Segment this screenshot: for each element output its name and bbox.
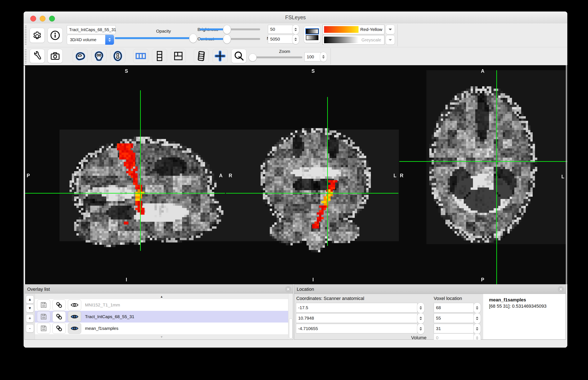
max-input[interactable]: 5050 xyxy=(268,35,293,43)
view-settings-button[interactable] xyxy=(30,49,45,63)
world-x-input[interactable]: -17.5 xyxy=(296,303,417,312)
overlay-list-title: Overlay list xyxy=(27,286,50,292)
toolbar-grip[interactable] xyxy=(25,26,27,44)
overlay-row-meanf1[interactable]: mean_f1samples xyxy=(35,323,288,334)
wrench-icon xyxy=(32,51,42,61)
save-overlay-button[interactable] xyxy=(37,300,50,310)
min-input[interactable]: 50 xyxy=(268,25,293,34)
location-title: Location xyxy=(297,286,314,292)
primary-colormap-select[interactable]: Red-Yellow xyxy=(323,25,384,34)
overlay-scroll-up[interactable]: ▲ xyxy=(35,294,288,299)
save-overlay-button[interactable] xyxy=(37,311,50,322)
brain-slices-canvas[interactable] xyxy=(25,65,567,284)
world-z-input[interactable]: -4.710655 xyxy=(296,324,417,333)
layout-grid-button[interactable] xyxy=(171,49,186,63)
opacity-slider[interactable] xyxy=(115,37,193,39)
world-z-stepper[interactable] xyxy=(417,323,425,334)
coronal-crosshair-vertical xyxy=(327,97,328,246)
secondary-colormap-select[interactable]: Greyscale xyxy=(323,35,384,45)
voxel-y-value: 55 xyxy=(436,316,441,321)
toggle-visibility-button[interactable] xyxy=(68,323,81,334)
overlay-settings-button[interactable] xyxy=(30,28,45,43)
world-x-stepper[interactable] xyxy=(417,303,425,313)
zoom-stepper[interactable] xyxy=(320,52,327,62)
voxel-x-input[interactable]: 68 xyxy=(434,303,474,312)
toggle-sagittal-button[interactable] xyxy=(73,49,88,63)
primary-colormap-chevron-button[interactable] xyxy=(386,25,395,34)
overlay-scroll-down[interactable]: ▼ xyxy=(35,334,288,340)
overlay-info-button[interactable] xyxy=(48,28,63,43)
voxel-coords-label: Voxel location xyxy=(434,296,462,301)
voxel-z-input[interactable]: 31 xyxy=(434,324,474,333)
min-stepper[interactable] xyxy=(292,24,299,35)
secondary-colormap-chevron-button[interactable] xyxy=(386,35,395,45)
axial-bottom-label: P xyxy=(481,277,484,283)
scrollbar-thumb[interactable] xyxy=(289,318,293,339)
camera-icon xyxy=(50,51,60,61)
toggle-coronal-button[interactable] xyxy=(91,49,106,63)
greyscale-inverted-bar-icon xyxy=(306,35,318,40)
zoom-fit-icon xyxy=(234,51,244,61)
axial-view-icon xyxy=(113,51,122,61)
overlay-row-mni152[interactable]: MNI152_T1_1mm xyxy=(35,299,288,311)
brightness-slider-thumb[interactable] xyxy=(223,25,231,34)
colormap-order-button[interactable] xyxy=(304,26,321,43)
cursor-value-overlay-name: mean_f1samples xyxy=(489,297,526,303)
close-icon[interactable]: × xyxy=(558,286,564,292)
overlay-add-button[interactable]: + xyxy=(26,314,34,323)
link-overlay-button[interactable] xyxy=(52,300,66,310)
link-overlay-button[interactable] xyxy=(52,311,66,322)
overlay-type-dropdown[interactable]: 3D/4D volume xyxy=(67,35,114,45)
sagittal-left-label: P xyxy=(27,173,30,178)
overlay-display-toolbar: Tract_IntCaps_68_55_31 3D/4D volume Opac… xyxy=(24,23,567,47)
eye-icon xyxy=(70,302,79,308)
movie-mode-button[interactable] xyxy=(194,49,209,63)
reset-zoom-button[interactable] xyxy=(231,49,246,63)
contrast-slider[interactable] xyxy=(200,38,260,40)
coronal-crosshair-horizontal xyxy=(226,193,398,193)
location-header: Location × xyxy=(294,285,566,294)
screenshot-button[interactable] xyxy=(48,49,63,63)
overlay-row-tract[interactable]: Tract_IntCaps_68_55_31 xyxy=(35,311,288,323)
layout-vertical-button[interactable] xyxy=(152,49,167,63)
link-icon xyxy=(55,313,63,321)
voxel-z-stepper[interactable] xyxy=(473,323,481,334)
link-overlay-button[interactable] xyxy=(52,323,66,334)
fsleyes-window: FSLeyes Tract_IntCaps_68_55_31 3D/4D vol… xyxy=(24,12,567,348)
cursor-value-text: [68 55 31]: 0.531469345093 xyxy=(489,304,546,309)
save-icon xyxy=(40,313,47,321)
coronal-view-icon xyxy=(94,51,104,61)
zoom-slider[interactable] xyxy=(251,57,302,58)
voxel-y-stepper[interactable] xyxy=(473,313,481,324)
close-icon[interactable]: × xyxy=(285,286,291,292)
world-y-stepper[interactable] xyxy=(417,313,425,324)
coronal-top-label: S xyxy=(311,68,315,74)
overlay-list-scrollbar[interactable] xyxy=(288,294,293,340)
overlay-remove-button[interactable]: - xyxy=(26,324,34,333)
toggle-axial-button[interactable] xyxy=(110,49,125,63)
world-y-value: 10.7948 xyxy=(298,316,314,321)
zoom-input[interactable]: 100 xyxy=(304,52,321,61)
toggle-visibility-button[interactable] xyxy=(68,300,81,310)
toggle-crosshair-button[interactable] xyxy=(213,49,228,63)
toggle-visibility-button[interactable] xyxy=(68,311,81,322)
secondary-colormap-value: Greyscale xyxy=(359,38,384,42)
link-icon xyxy=(55,325,63,332)
overlay-list-header: Overlay list × xyxy=(25,285,293,294)
location-panel: Location × Coordinates: Scanner anatomic… xyxy=(294,285,566,340)
voxel-x-stepper[interactable] xyxy=(473,303,481,313)
world-y-input[interactable]: 10.7948 xyxy=(296,313,417,323)
overlay-move-down-button[interactable]: ▼ xyxy=(26,304,34,312)
toolbar-grip[interactable] xyxy=(25,49,27,64)
save-overlay-button[interactable] xyxy=(37,323,50,334)
layout-horizontal-button[interactable] xyxy=(133,49,148,63)
brightness-slider[interactable] xyxy=(200,28,260,30)
overlay-move-up-button[interactable]: ▲ xyxy=(26,295,34,304)
titlebar: FSLeyes xyxy=(24,12,567,24)
overlay-name-input[interactable]: Tract_IntCaps_68_55_31 xyxy=(67,25,116,34)
max-stepper[interactable] xyxy=(292,34,299,44)
voxel-y-input[interactable]: 55 xyxy=(434,313,474,323)
contrast-slider-thumb[interactable] xyxy=(223,35,231,44)
zoom-slider-thumb[interactable] xyxy=(249,54,257,61)
axial-crosshair-horizontal xyxy=(399,161,567,162)
